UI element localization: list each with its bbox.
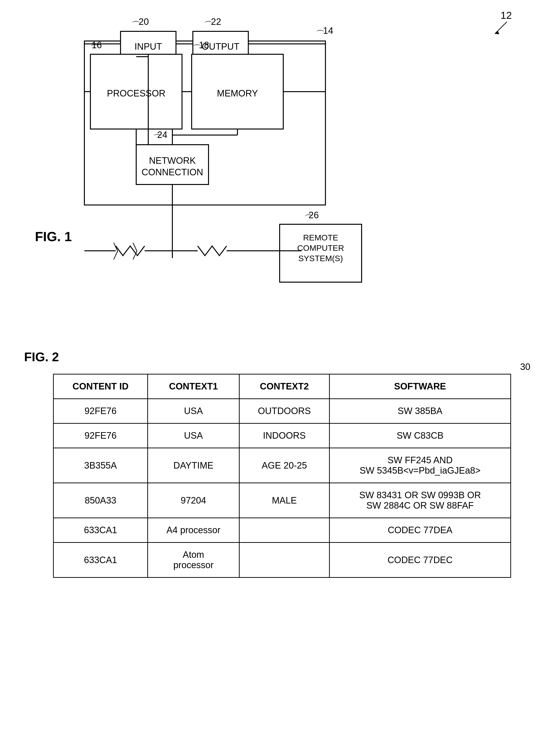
- col-header-content-id: CONTENT ID: [53, 374, 148, 399]
- table-cell-3: SW 83431 OR SW 0993B OR SW 2884C OR SW 8…: [330, 483, 511, 518]
- svg-text:22: 22: [211, 17, 221, 27]
- fig2-label: FIG. 2: [24, 350, 530, 364]
- table-cell-1: USA: [147, 424, 239, 448]
- table-cell-0: 850A33: [53, 483, 148, 518]
- table-cell-0: 92FE76: [53, 399, 148, 424]
- table-cell-0: 3B355A: [53, 448, 148, 483]
- table-cell-1: Atom processor: [147, 542, 239, 577]
- table-cell-1: 97204: [147, 483, 239, 518]
- svg-text:14: 14: [323, 26, 333, 36]
- row-ref-34: 34: [31, 431, 42, 441]
- row-ref-38: 38: [31, 495, 42, 506]
- row-ref-40: 40: [31, 525, 42, 536]
- table-cell-3: CODEC 77DEA: [330, 518, 511, 542]
- svg-text:16: 16: [92, 40, 102, 50]
- table-row: 3B355ADAYTIMEAGE 20-25SW FF245 AND SW 53…: [53, 448, 511, 483]
- fig1-diagram: ⌒ 14 ⌒ 20 INPUT ⌒ 22 OUTPUT ⌒ 16 PROCESS…: [0, 0, 560, 333]
- row-ref-32: 32: [31, 406, 42, 417]
- col-header-context2: CONTEXT2: [239, 374, 329, 399]
- table-cell-0: 633CA1: [53, 542, 148, 577]
- table-cell-0: 633CA1: [53, 518, 148, 542]
- table-row: 633CA1A4 processorCODEC 77DEA: [53, 518, 511, 542]
- svg-text:FIG. 1: FIG. 1: [35, 229, 72, 244]
- table-cell-2: [239, 518, 329, 542]
- table-cell-3: SW FF245 AND SW 5345B<v=Pbd_iaGJEa8>: [330, 448, 511, 483]
- table-row: 92FE76USAINDOORSSW C83CB: [53, 424, 511, 448]
- svg-text:COMPUTER: COMPUTER: [297, 243, 344, 253]
- table-container: 30 CONTENT ID CONTEXT1 CONTEXT2 SOFTWARE…: [24, 374, 530, 578]
- table-cell-1: A4 processor: [147, 518, 239, 542]
- row-ref-42: 42: [31, 555, 42, 566]
- svg-text:〉〉: 〉〉: [111, 241, 149, 262]
- table-cell-2: OUTDOORS: [239, 399, 329, 424]
- table-cell-2: [239, 542, 329, 577]
- table-cell-1: DAYTIME: [147, 448, 239, 483]
- ref-30: 30: [520, 362, 530, 372]
- table-cell-0: 92FE76: [53, 424, 148, 448]
- svg-text:NETWORK: NETWORK: [149, 156, 196, 166]
- table-cell-2: MALE: [239, 483, 329, 518]
- table-cell-3: SW 385BA: [330, 399, 511, 424]
- table-cell-3: CODEC 77DEC: [330, 542, 511, 577]
- page: 12 ⌒ 14 ⌒ 20 INPUT ⌒ 22 OUTPUT ⌒ 16 PROC…: [0, 0, 560, 743]
- table-cell-2: AGE 20-25: [239, 448, 329, 483]
- data-table: CONTENT ID CONTEXT1 CONTEXT2 SOFTWARE 92…: [53, 374, 511, 578]
- svg-text:24: 24: [157, 130, 167, 140]
- svg-text:20: 20: [139, 17, 149, 27]
- table-row: 92FE76USAOUTDOORSSW 385BA: [53, 399, 511, 424]
- svg-text:SYSTEM(S): SYSTEM(S): [298, 254, 343, 263]
- table-row: 633CA1Atom processorCODEC 77DEC: [53, 542, 511, 577]
- svg-text:26: 26: [309, 210, 319, 220]
- col-header-software: SOFTWARE: [330, 374, 511, 399]
- svg-text:INPUT: INPUT: [135, 41, 162, 52]
- svg-text:REMOTE: REMOTE: [303, 233, 338, 242]
- table-cell-3: SW C83CB: [330, 424, 511, 448]
- table-row: 850A3397204MALESW 83431 OR SW 0993B OR S…: [53, 483, 511, 518]
- svg-text:18: 18: [199, 40, 209, 50]
- svg-text:CONNECTION: CONNECTION: [141, 167, 203, 177]
- fig2-area: FIG. 2 30 CONTENT ID CONTEXT1 CONTEXT2 S…: [24, 350, 530, 578]
- svg-text:MEMORY: MEMORY: [217, 88, 258, 98]
- table-cell-1: USA: [147, 399, 239, 424]
- svg-text:PROCESSOR: PROCESSOR: [107, 88, 166, 98]
- row-ref-36: 36: [31, 461, 42, 471]
- col-header-context1: CONTEXT1: [147, 374, 239, 399]
- table-cell-2: INDOORS: [239, 424, 329, 448]
